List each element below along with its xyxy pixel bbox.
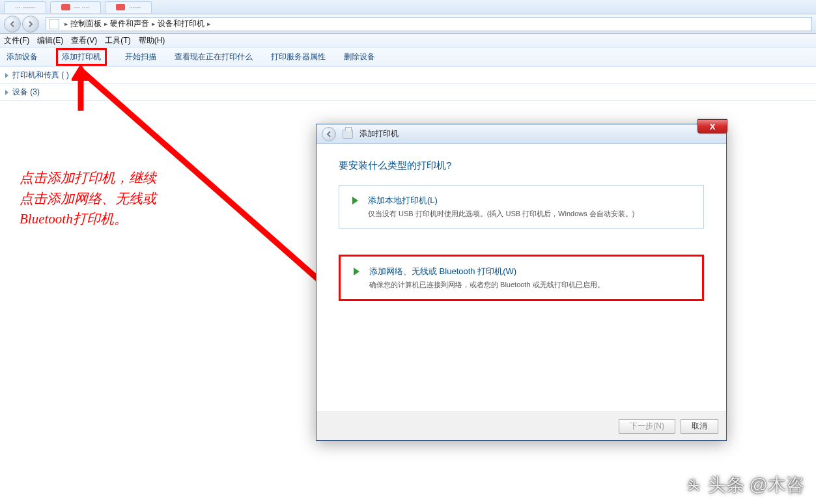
- menu-bar: 文件(F) 编辑(E) 查看(V) 工具(T) 帮助(H): [0, 34, 816, 48]
- back-button[interactable]: [4, 16, 21, 33]
- close-button[interactable]: X: [697, 119, 727, 133]
- arrow-right-icon: [350, 195, 360, 206]
- watermark-text: 头条 @木咨: [708, 473, 804, 497]
- browser-tab[interactable]: ··· ····: [50, 1, 101, 13]
- browser-tab[interactable]: ··· ······: [4, 1, 46, 13]
- breadcrumb-item[interactable]: 设备和打印机: [158, 18, 204, 29]
- tab-icon: [61, 4, 70, 10]
- option-desc: 确保您的计算机已连接到网络，或者您的 Bluetooth 或无线打印机已启用。: [369, 280, 690, 290]
- option-network-printer[interactable]: 添加网络、无线或 Bluetooth 打印机(W) 确保您的计算机已连接到网络，…: [339, 255, 704, 301]
- cancel-button[interactable]: 取消: [681, 419, 718, 434]
- group-printers-fax[interactable]: 打印机和传真 ( ): [0, 67, 816, 84]
- cmd-see-printing[interactable]: 查看现在正在打印什么: [175, 49, 253, 65]
- menu-help[interactable]: 帮助(H): [139, 35, 165, 46]
- dialog-back-button[interactable]: [322, 127, 336, 141]
- dialog-titlebar: 添加打印机: [317, 124, 726, 144]
- tab-icon: [116, 4, 125, 10]
- explorer-nav-bar: ▸ 控制面板 ▸ 硬件和声音 ▸ 设备和打印机 ▸: [0, 14, 816, 34]
- printer-icon: [343, 130, 353, 139]
- browser-tab[interactable]: ······: [105, 1, 152, 13]
- forward-button[interactable]: [22, 16, 39, 33]
- group-devices[interactable]: 设备 (3): [0, 84, 816, 101]
- option-desc: 仅当没有 USB 打印机时使用此选项。(插入 USB 打印机后，Windows …: [368, 209, 692, 219]
- dialog-footer: 下一步(N) 取消: [317, 412, 726, 440]
- cmd-add-printer[interactable]: 添加打印机: [56, 48, 107, 66]
- watermark: 头 头条 @木咨: [683, 473, 804, 497]
- location-icon: [49, 19, 59, 29]
- group-label: 设备 (3): [12, 87, 40, 98]
- cmd-server-props[interactable]: 打印服务器属性: [271, 49, 326, 65]
- menu-file[interactable]: 文件(F): [4, 35, 29, 46]
- cmd-remove-device[interactable]: 删除设备: [344, 49, 375, 65]
- option-title: 添加本地打印机(L): [368, 195, 692, 206]
- cmd-add-device[interactable]: 添加设备: [7, 49, 38, 65]
- menu-tools[interactable]: 工具(T): [105, 35, 130, 46]
- breadcrumb-item[interactable]: 硬件和声音: [110, 18, 149, 29]
- annotation-text: 点击添加打印机，继续 点击添加网络、无线或 Bluetooth打印机。: [20, 168, 189, 230]
- menu-view[interactable]: 查看(V): [71, 35, 97, 46]
- content-area: 打印机和传真 ( ) 设备 (3): [0, 67, 816, 101]
- add-printer-dialog: X 添加打印机 要安装什么类型的打印机? 添加本地打印机(L) 仅当没有 USB…: [316, 124, 727, 441]
- dialog-question: 要安装什么类型的打印机?: [339, 160, 704, 172]
- breadcrumb-item[interactable]: 控制面板: [70, 18, 102, 29]
- menu-edit[interactable]: 编辑(E): [37, 35, 63, 46]
- browser-tab-strip: ··· ······ ··· ···· ······: [0, 0, 816, 14]
- command-bar: 添加设备 添加打印机 开始扫描 查看现在正在打印什么 打印服务器属性 删除设备: [0, 48, 816, 67]
- breadcrumb-bar[interactable]: ▸ 控制面板 ▸ 硬件和声音 ▸ 设备和打印机 ▸: [46, 17, 812, 31]
- arrow-right-icon: [351, 266, 361, 277]
- watermark-icon: 头: [683, 475, 704, 496]
- option-title: 添加网络、无线或 Bluetooth 打印机(W): [369, 266, 690, 277]
- dialog-body: 要安装什么类型的打印机? 添加本地打印机(L) 仅当没有 USB 打印机时使用此…: [317, 144, 726, 412]
- close-icon: X: [710, 122, 716, 132]
- cmd-start-scan[interactable]: 开始扫描: [125, 49, 156, 65]
- expand-icon: [5, 73, 8, 78]
- dialog-title: 添加打印机: [359, 128, 399, 139]
- group-label: 打印机和传真 ( ): [12, 70, 69, 81]
- expand-icon: [5, 90, 8, 95]
- next-button[interactable]: 下一步(N): [619, 419, 675, 434]
- option-local-printer[interactable]: 添加本地打印机(L) 仅当没有 USB 打印机时使用此选项。(插入 USB 打印…: [339, 185, 704, 229]
